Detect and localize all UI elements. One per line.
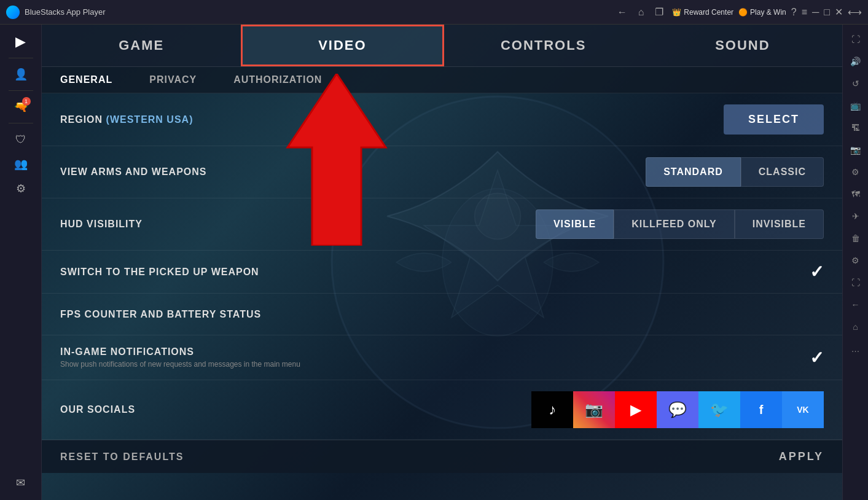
- youtube-button[interactable]: ▶: [615, 391, 657, 428]
- socials-row: OUR SOCIALS ♪ 📷 ▶ 💬: [42, 380, 842, 440]
- reward-center-button[interactable]: 👑 Reward Center: [672, 8, 733, 17]
- restore-icon[interactable]: □: [824, 7, 830, 18]
- settings-icon: ⚙: [16, 182, 26, 195]
- discord-button[interactable]: 💬: [657, 391, 698, 428]
- settings-overlay: GAME VIDEO CONTROLS SOUND GENERAL PRIVAC…: [42, 25, 842, 500]
- close-icon[interactable]: ✕: [835, 6, 843, 18]
- right-trash-icon[interactable]: 🗑: [846, 229, 866, 248]
- hud-visibility-row: HUD VISIBILITY VISIBLE KILLFEED ONLY INV…: [42, 198, 842, 251]
- right-snapshot-icon[interactable]: 📷: [846, 140, 866, 160]
- right-rotate-icon[interactable]: ↺: [846, 74, 866, 93]
- hud-visible-button[interactable]: VISIBLE: [536, 209, 614, 239]
- right-sidebar: ⛶ 🔊 ↺ 📺 🏗 📷 ⚙ 🗺 ✈ 🗑 ⚙ ⛶ ← ⌂ …: [842, 25, 868, 500]
- tab-sound[interactable]: SOUND: [643, 25, 842, 66]
- facebook-button[interactable]: f: [740, 391, 782, 428]
- main-layout: ▶ 👤 🔫 1 🛡 👥 ⚙ ✉: [0, 25, 868, 500]
- sidebar-group-icon[interactable]: 👥: [10, 153, 32, 175]
- sidebar-shield-icon[interactable]: 🛡: [10, 128, 32, 150]
- subtab-general[interactable]: GENERAL: [42, 67, 131, 93]
- home-button[interactable]: ⌂: [635, 5, 648, 19]
- discord-icon: 💬: [668, 401, 687, 418]
- reset-button[interactable]: RESET TO DEFAULTS: [60, 451, 184, 463]
- help-icon[interactable]: ?: [791, 7, 797, 18]
- tab-video[interactable]: VIDEO: [241, 25, 444, 66]
- sidebar-divider-3: [9, 123, 33, 123]
- twitter-icon: 🐦: [710, 401, 729, 418]
- social-buttons: ♪ 📷 ▶ 💬 🐦: [531, 391, 824, 428]
- right-apk-icon[interactable]: 🏗: [846, 118, 866, 138]
- right-gear-icon[interactable]: ⚙: [846, 251, 866, 270]
- minimize-icon[interactable]: ─: [812, 7, 819, 18]
- right-volume-icon[interactable]: 🔊: [846, 52, 866, 71]
- window-button[interactable]: ❐: [651, 5, 667, 19]
- hud-visibility-options: VISIBLE KILLFEED ONLY INVISIBLE: [536, 209, 824, 239]
- game-area: GAME VIDEO CONTROLS SOUND GENERAL PRIVAC…: [42, 25, 842, 500]
- switch-weapon-checkmark[interactable]: ✓: [810, 262, 824, 282]
- instagram-icon: 📷: [585, 401, 603, 418]
- resize-icon[interactable]: ⟷: [848, 6, 862, 18]
- hud-visibility-label: HUD VISIBILITY: [60, 219, 536, 230]
- right-grid-icon[interactable]: ⛶: [846, 273, 866, 292]
- vk-button[interactable]: VK: [782, 391, 824, 428]
- back-button[interactable]: ←: [614, 5, 631, 19]
- view-arms-classic-button[interactable]: CLASSIC: [741, 157, 824, 187]
- playnwin-icon: 🟠: [738, 8, 748, 17]
- titlebar-icons: ? ≡ ─ □ ✕ ⟷: [791, 6, 862, 18]
- region-label: REGION (WESTERN USA): [60, 114, 724, 125]
- app-logo: [6, 6, 20, 19]
- hud-killfeed-button[interactable]: KILLFEED ONLY: [614, 209, 735, 239]
- sidebar-weapon-icon[interactable]: 🔫 1: [10, 96, 32, 118]
- sidebar-mail-icon[interactable]: ✉: [10, 472, 32, 494]
- weapon-badge: 1: [22, 97, 31, 106]
- view-arms-row: VIEW ARMS AND WEAPONS STANDARD CLASSIC: [42, 146, 842, 198]
- right-more-icon[interactable]: …: [846, 339, 866, 359]
- notifications-row: IN-GAME NOTIFICATIONS Show push notifica…: [42, 335, 842, 380]
- right-back-icon[interactable]: ←: [846, 295, 866, 314]
- notifications-checkmark[interactable]: ✓: [810, 348, 824, 368]
- region-select-button[interactable]: SELECT: [724, 104, 824, 135]
- bottom-bar: RESET TO DEFAULTS APPLY: [42, 440, 842, 473]
- youtube-icon: ▶: [630, 401, 641, 418]
- view-arms-options: STANDARD CLASSIC: [646, 157, 824, 187]
- right-screen-icon[interactable]: 📺: [846, 96, 866, 115]
- mail-icon: ✉: [16, 476, 25, 490]
- view-arms-standard-button[interactable]: STANDARD: [646, 157, 741, 187]
- facebook-icon: f: [759, 403, 764, 417]
- reward-icon: 👑: [672, 8, 681, 17]
- play-win-button[interactable]: 🟠 Play & Win: [738, 8, 786, 17]
- menu-icon[interactable]: ≡: [802, 7, 807, 18]
- right-fullscreen-icon[interactable]: ⛶: [846, 29, 866, 49]
- socials-label: OUR SOCIALS: [60, 404, 531, 415]
- switch-weapon-label: SWITCH TO THE PICKED UP WEAPON: [60, 267, 810, 278]
- titlebar-nav: ← ⌂ ❐: [614, 5, 668, 19]
- region-value: (WESTERN USA): [106, 114, 194, 125]
- notifications-sublabel: Show push notifications of new requests …: [60, 360, 810, 369]
- app-sidebar: ▶ 👤 🔫 1 🛡 👥 ⚙ ✉: [0, 25, 42, 500]
- tiktok-button[interactable]: ♪: [531, 391, 573, 428]
- fps-counter-label: FPS COUNTER AND BATTERY STATUS: [60, 309, 824, 320]
- profile-icon: 👤: [14, 68, 28, 81]
- right-settings-icon[interactable]: ⚙: [846, 162, 866, 182]
- right-map-icon[interactable]: 🗺: [846, 184, 866, 204]
- twitter-button[interactable]: 🐦: [698, 391, 740, 428]
- subtab-privacy[interactable]: PRIVACY: [131, 67, 215, 93]
- tab-controls[interactable]: CONTROLS: [444, 25, 643, 66]
- region-row: REGION (WESTERN USA) SELECT: [42, 93, 842, 146]
- right-home-icon[interactable]: ⌂: [846, 317, 866, 337]
- app-title: BlueStacks App Player: [25, 7, 609, 17]
- sidebar-settings-icon[interactable]: ⚙: [10, 178, 32, 200]
- shield-icon: 🛡: [15, 133, 26, 146]
- vk-icon: VK: [797, 405, 808, 415]
- fps-counter-row: FPS COUNTER AND BATTERY STATUS: [42, 294, 842, 335]
- right-airplane-icon[interactable]: ✈: [846, 206, 866, 226]
- play-button[interactable]: ▶: [10, 31, 32, 53]
- sidebar-profile-icon[interactable]: 👤: [10, 63, 32, 85]
- tab-game[interactable]: GAME: [42, 25, 241, 66]
- subtab-authorization[interactable]: AUTHORIZATION: [215, 67, 340, 93]
- switch-weapon-row: SWITCH TO THE PICKED UP WEAPON ✓: [42, 251, 842, 294]
- apply-button[interactable]: APPLY: [779, 450, 824, 463]
- titlebar: BlueStacks App Player ← ⌂ ❐ 👑 Reward Cen…: [0, 0, 868, 25]
- notifications-label: IN-GAME NOTIFICATIONS Show push notifica…: [60, 346, 810, 369]
- hud-invisible-button[interactable]: INVISIBLE: [735, 209, 824, 239]
- instagram-button[interactable]: 📷: [573, 391, 615, 428]
